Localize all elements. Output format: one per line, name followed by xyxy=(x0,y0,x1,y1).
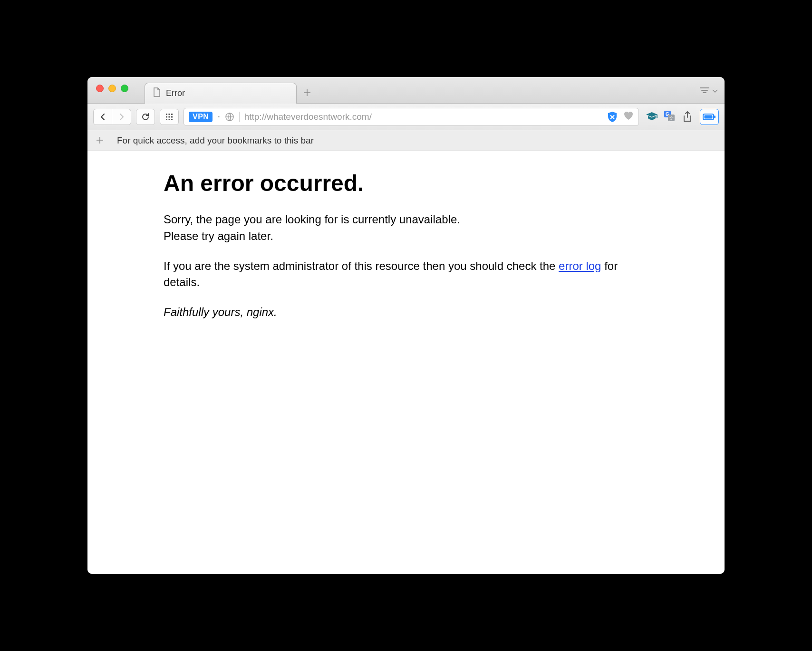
svg-rect-15 xyxy=(705,115,713,118)
addressbar-right-icons xyxy=(607,111,634,123)
back-button[interactable] xyxy=(93,109,112,125)
page-heading: An error occurred. xyxy=(164,170,639,196)
battery-icon[interactable] xyxy=(700,109,719,125)
signoff: Faithfully yours, nginx. xyxy=(164,304,639,321)
error-paragraph-2: If you are the system administrator of t… xyxy=(164,258,639,291)
tab-title: Error xyxy=(166,88,185,98)
titlebar: Error xyxy=(87,77,725,104)
heart-icon[interactable] xyxy=(623,111,634,123)
svg-rect-4 xyxy=(169,116,170,117)
globe-icon xyxy=(225,112,234,122)
url-text: http://whateverdoesntwork.com/ xyxy=(244,112,602,122)
browser-window: Error xyxy=(87,77,725,574)
bookmarks-hint: For quick access, add your bookmarks to … xyxy=(117,135,314,146)
svg-rect-5 xyxy=(171,116,173,117)
close-window-button[interactable] xyxy=(96,85,104,92)
share-button[interactable] xyxy=(680,109,695,125)
maximize-window-button[interactable] xyxy=(121,85,128,92)
translate-icon[interactable]: G 文 xyxy=(664,110,675,124)
tab-active[interactable]: Error xyxy=(145,83,297,104)
page-icon xyxy=(153,87,161,99)
svg-rect-6 xyxy=(166,119,167,120)
viewport: An error occurred. Sorry, the page you a… xyxy=(87,151,725,574)
tab-strip: Error xyxy=(145,77,318,103)
error-page: An error occurred. Sorry, the page you a… xyxy=(164,170,639,321)
divider xyxy=(239,112,240,122)
add-bookmark-button[interactable] xyxy=(94,134,106,147)
address-bar[interactable]: VPN · http://whateverdoesntwork.com/ xyxy=(184,108,639,126)
svg-text:文: 文 xyxy=(669,116,674,121)
adblock-shield-icon[interactable] xyxy=(607,111,618,123)
svg-rect-2 xyxy=(171,114,173,115)
minimize-window-button[interactable] xyxy=(108,85,116,92)
tabs-menu-button[interactable] xyxy=(697,77,718,104)
svg-rect-0 xyxy=(166,114,167,115)
svg-rect-16 xyxy=(714,115,715,118)
error-log-link[interactable]: error log xyxy=(559,259,601,272)
nav-buttons xyxy=(93,109,131,125)
forward-button[interactable] xyxy=(112,109,131,125)
error-paragraph-1: Sorry, the page you are looking for is c… xyxy=(164,211,639,245)
bookmarks-bar: For quick access, add your bookmarks to … xyxy=(87,130,725,151)
svg-rect-3 xyxy=(166,116,167,117)
graduation-cap-icon[interactable] xyxy=(646,111,658,123)
svg-rect-7 xyxy=(169,119,170,120)
speed-dial-button[interactable] xyxy=(160,109,179,125)
reload-button[interactable] xyxy=(136,109,155,125)
window-controls xyxy=(96,85,128,92)
vpn-badge[interactable]: VPN xyxy=(189,112,213,122)
new-tab-button[interactable] xyxy=(297,82,318,103)
svg-rect-8 xyxy=(171,119,173,120)
toolbar: VPN · http://whateverdoesntwork.com/ xyxy=(87,104,725,130)
svg-rect-1 xyxy=(169,114,170,115)
